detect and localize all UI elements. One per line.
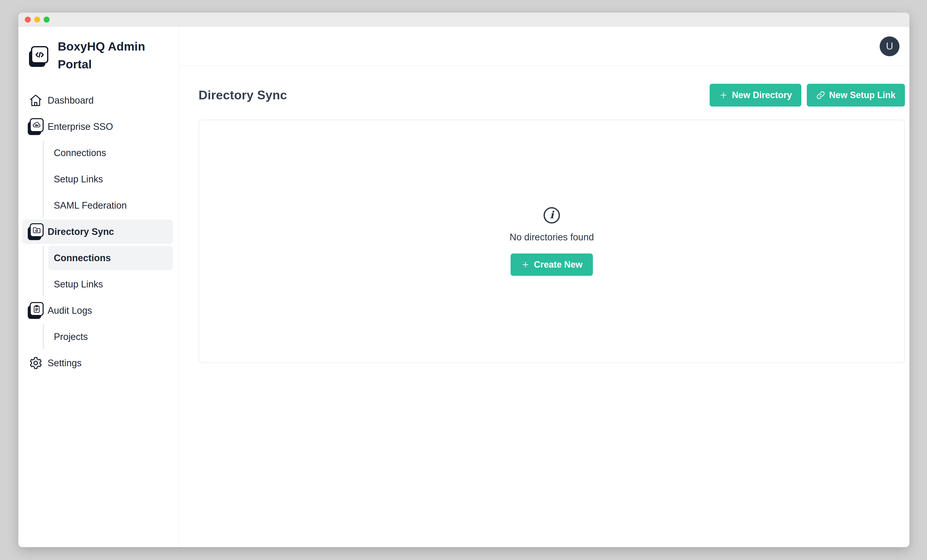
app-body: BoxyHQ Admin Portal Dashboard: [18, 27, 909, 547]
audit-logs-subgroup: Projects: [43, 325, 173, 349]
directory-sync-subgroup: Connections Setup Links: [43, 246, 173, 296]
sidebar-item-saml-federation[interactable]: SAML Federation: [48, 193, 173, 217]
sidebar-item-audit-logs[interactable]: Audit Logs: [22, 298, 173, 323]
sidebar-item-enterprise-sso[interactable]: Enterprise SSO: [22, 114, 173, 139]
plus-icon: [521, 260, 530, 269]
close-window-button[interactable]: [25, 17, 31, 23]
link-icon: [816, 91, 825, 100]
top-header: U: [179, 27, 909, 66]
page-actions: New Directory New Setup Link: [710, 84, 905, 106]
minimize-window-button[interactable]: [34, 17, 40, 23]
new-setup-link-label: New Setup Link: [829, 90, 895, 100]
info-icon: i: [544, 207, 560, 223]
app-window: BoxyHQ Admin Portal Dashboard: [18, 13, 909, 547]
sidebar-item-dsync-connections[interactable]: Connections: [48, 246, 173, 270]
enterprise-sso-icon: [28, 118, 44, 135]
sidebar: BoxyHQ Admin Portal Dashboard: [18, 27, 179, 547]
sidebar-item-projects[interactable]: Projects: [48, 325, 173, 349]
sidebar-item-label: Settings: [47, 358, 82, 369]
page-title: Directory Sync: [199, 88, 710, 102]
directory-sync-icon: [28, 223, 44, 240]
audit-logs-icon: [28, 302, 44, 319]
sidebar-item-label: Connections: [54, 253, 111, 263]
sidebar-item-label: SAML Federation: [54, 200, 127, 211]
gear-icon: [28, 355, 44, 372]
main-area: U Directory Sync New Directory: [179, 27, 909, 547]
sidebar-nav: Dashboard Enterprise SSO: [22, 88, 173, 375]
sidebar-item-label: Directory Sync: [47, 226, 114, 237]
sidebar-item-settings[interactable]: Settings: [22, 351, 173, 375]
sidebar-item-dsync-setup-links[interactable]: Setup Links: [48, 272, 173, 296]
zoom-window-button[interactable]: [44, 17, 50, 23]
new-setup-link-button[interactable]: New Setup Link: [807, 84, 905, 106]
sidebar-item-dashboard[interactable]: Dashboard: [22, 88, 173, 112]
user-avatar[interactable]: U: [880, 36, 900, 56]
enterprise-sso-subgroup: Connections Setup Links SAML Federation: [43, 141, 173, 217]
empty-state-message: No directories found: [510, 232, 594, 243]
new-directory-label: New Directory: [732, 90, 792, 100]
create-new-button[interactable]: Create New: [511, 253, 593, 276]
sidebar-item-sso-connections[interactable]: Connections: [48, 141, 173, 165]
brand-title: BoxyHQ Admin Portal: [58, 38, 147, 73]
sidebar-item-label: Enterprise SSO: [47, 121, 113, 132]
page-header-row: Directory Sync New Directory: [199, 84, 905, 106]
sidebar-item-label: Projects: [54, 332, 88, 342]
create-new-label: Create New: [534, 260, 582, 270]
avatar-initial: U: [886, 41, 893, 52]
sidebar-item-label: Connections: [54, 148, 106, 158]
directories-empty-card: i No directories found Create New: [199, 120, 905, 363]
sidebar-item-label: Audit Logs: [47, 305, 92, 316]
sidebar-item-sso-setup-links[interactable]: Setup Links: [48, 167, 173, 191]
page-content: Directory Sync New Directory: [179, 66, 909, 363]
brand: BoxyHQ Admin Portal: [22, 38, 173, 73]
sidebar-item-directory-sync[interactable]: Directory Sync: [22, 220, 173, 244]
sidebar-item-label: Setup Links: [54, 279, 103, 290]
window-titlebar: [18, 13, 909, 27]
boxyhq-logo-icon: [29, 46, 48, 67]
new-directory-button[interactable]: New Directory: [710, 84, 801, 106]
sidebar-item-label: Dashboard: [47, 95, 94, 106]
home-icon: [28, 92, 44, 109]
sidebar-item-label: Setup Links: [54, 174, 103, 185]
plus-icon: [719, 91, 728, 100]
